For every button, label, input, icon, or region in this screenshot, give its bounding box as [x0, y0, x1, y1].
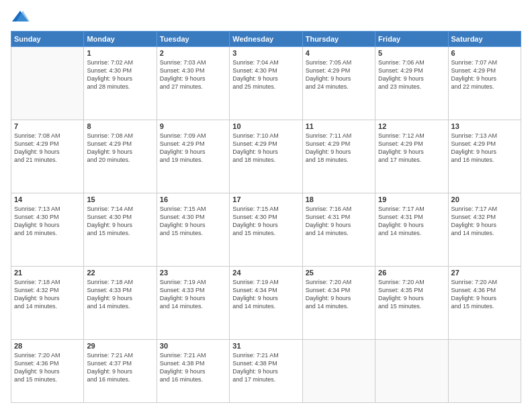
- day-info: Sunrise: 7:02 AM Sunset: 4:30 PM Dayligh…: [87, 58, 153, 91]
- day-info: Sunrise: 7:19 AM Sunset: 4:34 PM Dayligh…: [232, 278, 299, 311]
- day-info: Sunrise: 7:14 AM Sunset: 4:30 PM Dayligh…: [87, 205, 153, 238]
- day-number: 13: [451, 122, 518, 130]
- day-info: Sunrise: 7:16 AM Sunset: 4:31 PM Dayligh…: [306, 205, 372, 238]
- calendar-cell: 30Sunrise: 7:21 AM Sunset: 4:38 PM Dayli…: [157, 339, 229, 402]
- day-info: Sunrise: 7:08 AM Sunset: 4:29 PM Dayligh…: [14, 132, 81, 165]
- calendar-cell: 28Sunrise: 7:20 AM Sunset: 4:36 PM Dayli…: [11, 339, 84, 402]
- day-number: 6: [451, 49, 518, 57]
- calendar-cell: 4Sunrise: 7:05 AM Sunset: 4:29 PM Daylig…: [302, 47, 375, 120]
- calendar-week-row: 14Sunrise: 7:13 AM Sunset: 4:30 PM Dayli…: [11, 193, 521, 266]
- calendar-cell: 7Sunrise: 7:08 AM Sunset: 4:29 PM Daylig…: [11, 120, 84, 193]
- day-info: Sunrise: 7:19 AM Sunset: 4:33 PM Dayligh…: [160, 278, 226, 311]
- day-number: 28: [14, 342, 81, 350]
- calendar-cell: 29Sunrise: 7:21 AM Sunset: 4:37 PM Dayli…: [84, 339, 157, 402]
- day-number: 19: [378, 195, 445, 203]
- calendar-cell: [375, 339, 448, 402]
- calendar-cell: 24Sunrise: 7:19 AM Sunset: 4:34 PM Dayli…: [230, 266, 302, 339]
- calendar-cell: 12Sunrise: 7:12 AM Sunset: 4:29 PM Dayli…: [375, 120, 448, 193]
- day-info: Sunrise: 7:21 AM Sunset: 4:38 PM Dayligh…: [160, 351, 226, 384]
- day-number: 4: [306, 49, 372, 57]
- calendar-cell: 21Sunrise: 7:18 AM Sunset: 4:32 PM Dayli…: [11, 266, 84, 339]
- day-info: Sunrise: 7:08 AM Sunset: 4:29 PM Dayligh…: [87, 132, 153, 165]
- day-number: 2: [160, 49, 226, 57]
- day-number: 29: [87, 342, 153, 350]
- day-number: 17: [232, 195, 299, 203]
- calendar-cell: 31Sunrise: 7:21 AM Sunset: 4:38 PM Dayli…: [230, 339, 302, 402]
- calendar-week-row: 1Sunrise: 7:02 AM Sunset: 4:30 PM Daylig…: [11, 47, 521, 120]
- day-number: 10: [232, 122, 299, 130]
- calendar-cell: 20Sunrise: 7:17 AM Sunset: 4:32 PM Dayli…: [448, 193, 521, 266]
- weekday-header-sunday: Sunday: [11, 32, 84, 47]
- calendar-cell: 10Sunrise: 7:10 AM Sunset: 4:29 PM Dayli…: [230, 120, 302, 193]
- day-number: 23: [160, 269, 226, 277]
- day-number: 14: [14, 195, 81, 203]
- day-info: Sunrise: 7:09 AM Sunset: 4:29 PM Dayligh…: [160, 132, 226, 165]
- weekday-header-friday: Friday: [375, 32, 448, 47]
- calendar-cell: 8Sunrise: 7:08 AM Sunset: 4:29 PM Daylig…: [84, 120, 157, 193]
- day-number: 18: [306, 195, 372, 203]
- calendar-cell: [302, 339, 375, 402]
- day-info: Sunrise: 7:12 AM Sunset: 4:29 PM Dayligh…: [378, 132, 445, 165]
- calendar-cell: 9Sunrise: 7:09 AM Sunset: 4:29 PM Daylig…: [157, 120, 229, 193]
- day-number: 31: [232, 342, 299, 350]
- calendar-cell: 3Sunrise: 7:04 AM Sunset: 4:30 PM Daylig…: [230, 47, 302, 120]
- calendar-cell: 27Sunrise: 7:20 AM Sunset: 4:36 PM Dayli…: [448, 266, 521, 339]
- calendar-cell: 5Sunrise: 7:06 AM Sunset: 4:29 PM Daylig…: [375, 47, 448, 120]
- calendar-cell: 25Sunrise: 7:20 AM Sunset: 4:34 PM Dayli…: [302, 266, 375, 339]
- day-info: Sunrise: 7:07 AM Sunset: 4:29 PM Dayligh…: [451, 58, 518, 91]
- day-info: Sunrise: 7:04 AM Sunset: 4:30 PM Dayligh…: [232, 58, 299, 91]
- day-info: Sunrise: 7:13 AM Sunset: 4:29 PM Dayligh…: [451, 132, 518, 165]
- calendar-cell: [11, 47, 84, 120]
- day-info: Sunrise: 7:20 AM Sunset: 4:34 PM Dayligh…: [306, 278, 372, 311]
- weekday-header-saturday: Saturday: [448, 32, 521, 47]
- calendar-cell: 15Sunrise: 7:14 AM Sunset: 4:30 PM Dayli…: [84, 193, 157, 266]
- day-info: Sunrise: 7:15 AM Sunset: 4:30 PM Dayligh…: [160, 205, 226, 238]
- day-number: 24: [232, 269, 299, 277]
- calendar-cell: [448, 339, 521, 402]
- day-number: 7: [14, 122, 81, 130]
- logo: [11, 8, 32, 27]
- day-number: 12: [378, 122, 445, 130]
- calendar-week-row: 7Sunrise: 7:08 AM Sunset: 4:29 PM Daylig…: [11, 120, 521, 193]
- day-number: 27: [451, 269, 518, 277]
- calendar-cell: 16Sunrise: 7:15 AM Sunset: 4:30 PM Dayli…: [157, 193, 229, 266]
- weekday-header-thursday: Thursday: [302, 32, 375, 47]
- logo-icon: [11, 8, 30, 27]
- weekday-header-tuesday: Tuesday: [157, 32, 229, 47]
- calendar-cell: 2Sunrise: 7:03 AM Sunset: 4:30 PM Daylig…: [157, 47, 229, 120]
- day-info: Sunrise: 7:20 AM Sunset: 4:36 PM Dayligh…: [451, 278, 518, 311]
- calendar-cell: 11Sunrise: 7:11 AM Sunset: 4:29 PM Dayli…: [302, 120, 375, 193]
- day-number: 26: [378, 269, 445, 277]
- weekday-header-monday: Monday: [84, 32, 157, 47]
- day-number: 22: [87, 269, 153, 277]
- day-info: Sunrise: 7:20 AM Sunset: 4:35 PM Dayligh…: [378, 278, 445, 311]
- calendar-table: SundayMondayTuesdayWednesdayThursdayFrid…: [11, 31, 521, 403]
- day-number: 30: [160, 342, 226, 350]
- header: [11, 8, 521, 27]
- calendar-cell: 23Sunrise: 7:19 AM Sunset: 4:33 PM Dayli…: [157, 266, 229, 339]
- calendar-cell: 26Sunrise: 7:20 AM Sunset: 4:35 PM Dayli…: [375, 266, 448, 339]
- day-number: 1: [87, 49, 153, 57]
- day-info: Sunrise: 7:10 AM Sunset: 4:29 PM Dayligh…: [232, 132, 299, 165]
- calendar-cell: 13Sunrise: 7:13 AM Sunset: 4:29 PM Dayli…: [448, 120, 521, 193]
- day-number: 20: [451, 195, 518, 203]
- day-info: Sunrise: 7:20 AM Sunset: 4:36 PM Dayligh…: [14, 351, 81, 384]
- day-info: Sunrise: 7:15 AM Sunset: 4:30 PM Dayligh…: [232, 205, 299, 238]
- weekday-header-wednesday: Wednesday: [230, 32, 302, 47]
- day-number: 5: [378, 49, 445, 57]
- day-info: Sunrise: 7:03 AM Sunset: 4:30 PM Dayligh…: [160, 58, 226, 91]
- day-number: 25: [306, 269, 372, 277]
- calendar-cell: 1Sunrise: 7:02 AM Sunset: 4:30 PM Daylig…: [84, 47, 157, 120]
- day-number: 16: [160, 195, 226, 203]
- day-number: 21: [14, 269, 81, 277]
- calendar-cell: 6Sunrise: 7:07 AM Sunset: 4:29 PM Daylig…: [448, 47, 521, 120]
- day-info: Sunrise: 7:17 AM Sunset: 4:31 PM Dayligh…: [378, 205, 445, 238]
- day-number: 15: [87, 195, 153, 203]
- page: SundayMondayTuesdayWednesdayThursdayFrid…: [0, 0, 532, 411]
- calendar-cell: 22Sunrise: 7:18 AM Sunset: 4:33 PM Dayli…: [84, 266, 157, 339]
- day-number: 9: [160, 122, 226, 130]
- day-number: 11: [306, 122, 372, 130]
- day-info: Sunrise: 7:17 AM Sunset: 4:32 PM Dayligh…: [451, 205, 518, 238]
- day-info: Sunrise: 7:06 AM Sunset: 4:29 PM Dayligh…: [378, 58, 445, 91]
- calendar-cell: 17Sunrise: 7:15 AM Sunset: 4:30 PM Dayli…: [230, 193, 302, 266]
